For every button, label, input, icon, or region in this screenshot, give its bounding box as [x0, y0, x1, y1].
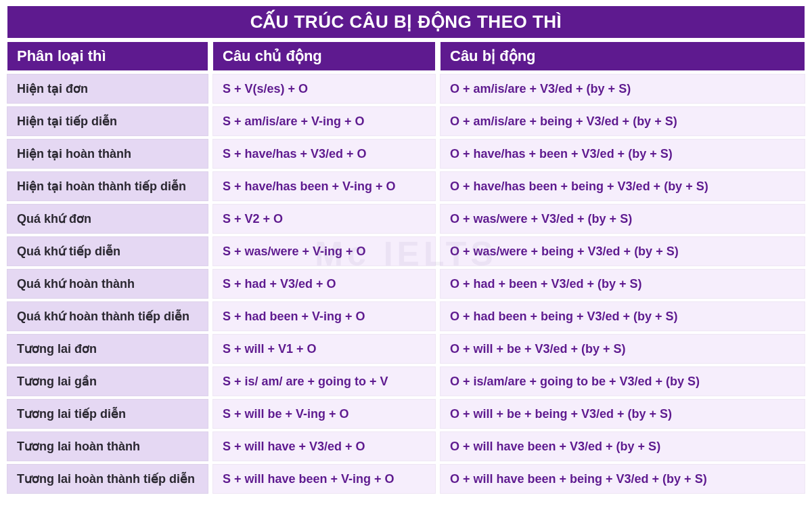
- active-voice-cell: S + will have been + V-ing + O: [212, 464, 436, 494]
- table-title: CẤU TRÚC CÂU BỊ ĐỘNG THEO THÌ: [7, 5, 805, 39]
- header-active: Câu chủ động: [212, 41, 436, 71]
- tense-cell: Hiện tại tiếp diễn: [7, 106, 208, 136]
- table-row: Tương lai hoàn thành tiếp diễnS + will h…: [7, 464, 805, 494]
- active-voice-cell: S + will be + V-ing + O: [212, 399, 436, 429]
- passive-voice-cell: O + will + be + being + V3/ed + (by + S): [440, 399, 805, 429]
- passive-voice-cell: O + am/is/are + being + V3/ed + (by + S): [440, 106, 805, 136]
- passive-voice-cell: O + was/were + being + V3/ed + (by + S): [440, 236, 805, 266]
- tense-cell: Tương lai gần: [7, 366, 208, 396]
- table-row: Quá khứ hoàn thànhS + had + V3/ed + OO +…: [7, 269, 805, 299]
- passive-voice-cell: O + will + be + V3/ed + (by + S): [440, 334, 805, 364]
- passive-voice-cell: O + had + been + V3/ed + (by + S): [440, 269, 805, 299]
- table-row: Tương lai đơnS + will + V1 + OO + will +…: [7, 334, 805, 364]
- header-tense: Phân loại thì: [7, 41, 208, 71]
- table-row: Quá khứ đơnS + V2 + OO + was/were + V3/e…: [7, 204, 805, 234]
- active-voice-cell: S + V(s/es) + O: [212, 74, 436, 104]
- passive-voice-cell: O + was/were + V3/ed + (by + S): [440, 204, 805, 234]
- tense-cell: Quá khứ tiếp diễn: [7, 236, 208, 266]
- tense-cell: Hiện tại hoàn thành tiếp diễn: [7, 171, 208, 201]
- passive-voice-cell: O + am/is/are + V3/ed + (by + S): [440, 74, 805, 104]
- passive-voice-cell: O + have/has been + being + V3/ed + (by …: [440, 171, 805, 201]
- tense-cell: Tương lai tiếp diễn: [7, 399, 208, 429]
- table-row: Quá khứ hoàn thành tiếp diễnS + had been…: [7, 301, 805, 331]
- tense-cell: Quá khứ hoàn thành: [7, 269, 208, 299]
- tense-cell: Quá khứ đơn: [7, 204, 208, 234]
- tense-cell: Hiện tại đơn: [7, 74, 208, 104]
- table-row: Hiện tại hoàn thành tiếp diễnS + have/ha…: [7, 171, 805, 201]
- tense-cell: Tương lai hoàn thành tiếp diễn: [7, 464, 208, 494]
- passive-voice-cell: O + is/am/are + going to be + V3/ed + (b…: [440, 366, 805, 396]
- active-voice-cell: S + have/has + V3/ed + O: [212, 139, 436, 169]
- table-row: Tương lai gầnS + is/ am/ are + going to …: [7, 366, 805, 396]
- active-voice-cell: S + will + V1 + O: [212, 334, 436, 364]
- tense-cell: Tương lai đơn: [7, 334, 208, 364]
- table-row: Hiện tại tiếp diễnS + am/is/are + V-ing …: [7, 106, 805, 136]
- table-header-row: Phân loại thì Câu chủ động Câu bị động: [7, 41, 805, 71]
- header-passive: Câu bị động: [440, 41, 805, 71]
- passive-voice-cell: O + will have been + being + V3/ed + (by…: [440, 464, 805, 494]
- tense-cell: Quá khứ hoàn thành tiếp diễn: [7, 301, 208, 331]
- table-row: Quá khứ tiếp diễnS + was/were + V-ing + …: [7, 236, 805, 266]
- table-row: Hiện tại đơnS + V(s/es) + OO + am/is/are…: [7, 74, 805, 104]
- table-row: Tương lai tiếp diễnS + will be + V-ing +…: [7, 399, 805, 429]
- active-voice-cell: S + had been + V-ing + O: [212, 301, 436, 331]
- table-row: Tương lai hoàn thànhS + will have + V3/e…: [7, 431, 805, 461]
- passive-voice-cell: O + have/has + been + V3/ed + (by + S): [440, 139, 805, 169]
- table-body: Hiện tại đơnS + V(s/es) + OO + am/is/are…: [7, 74, 805, 494]
- passive-voice-cell: O + will have been + V3/ed + (by + S): [440, 431, 805, 461]
- tense-cell: Hiện tại hoàn thành: [7, 139, 208, 169]
- active-voice-cell: S + V2 + O: [212, 204, 436, 234]
- active-voice-cell: S + am/is/are + V-ing + O: [212, 106, 436, 136]
- table-row: Hiện tại hoàn thànhS + have/has + V3/ed …: [7, 139, 805, 169]
- active-voice-cell: S + had + V3/ed + O: [212, 269, 436, 299]
- active-voice-cell: S + will have + V3/ed + O: [212, 431, 436, 461]
- passive-voice-cell: O + had been + being + V3/ed + (by + S): [440, 301, 805, 331]
- active-voice-cell: S + was/were + V-ing + O: [212, 236, 436, 266]
- active-voice-cell: S + is/ am/ are + going to + V: [212, 366, 436, 396]
- active-voice-cell: S + have/has been + V-ing + O: [212, 171, 436, 201]
- tense-cell: Tương lai hoàn thành: [7, 431, 208, 461]
